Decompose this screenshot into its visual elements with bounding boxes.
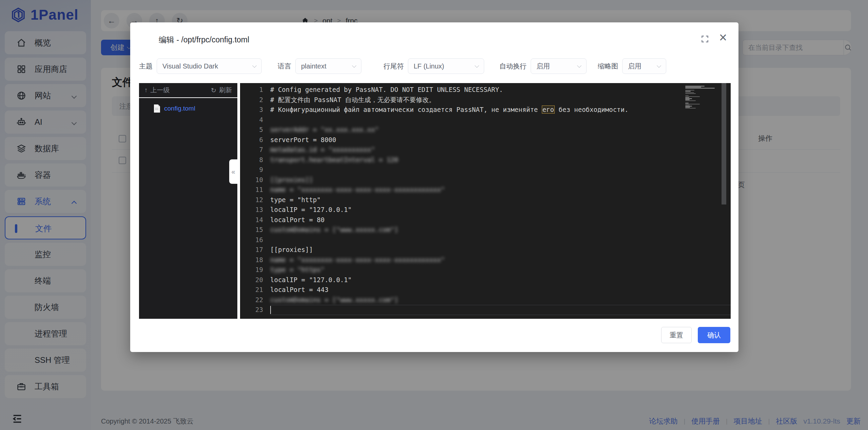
code-editor[interactable]: 1# Config generated by PassNAT. DO NOT E… bbox=[240, 83, 731, 319]
eol-value: LF (Linux) bbox=[414, 62, 444, 70]
code-line: 7metadatas.id = "xxxxxxxxxx" bbox=[240, 145, 731, 155]
chevron-down-icon bbox=[352, 63, 356, 68]
eol-select[interactable]: LF (Linux) bbox=[408, 58, 484, 74]
tree-refresh-button[interactable]: ↻ 刷新 bbox=[211, 86, 232, 95]
theme-label: 主题 bbox=[139, 62, 153, 71]
eol-label: 行尾符 bbox=[383, 62, 404, 71]
tree-refresh-label: 刷新 bbox=[219, 86, 232, 95]
line-content: type = "https" bbox=[270, 265, 731, 275]
line-content: localPort = 443 bbox=[270, 285, 731, 295]
chevron-down-icon bbox=[577, 63, 581, 68]
line-content: localIP = "127.0.0.1" bbox=[270, 205, 731, 215]
minimap-line bbox=[685, 99, 690, 100]
minimap-line bbox=[685, 90, 694, 91]
chevron-down-icon bbox=[475, 63, 479, 68]
code-text: type = "http" bbox=[270, 196, 321, 203]
code-text: localPort = 443 bbox=[270, 286, 329, 293]
reset-button[interactable]: 重置 bbox=[661, 327, 692, 343]
minimap-line bbox=[685, 87, 701, 87]
code-line: 15customDomains = ["www.xxxxx.com"] bbox=[240, 225, 731, 235]
language-label: 语言 bbox=[278, 62, 291, 71]
line-number: 9 bbox=[240, 165, 263, 175]
line-number: 3 bbox=[240, 105, 263, 115]
minimap-line bbox=[685, 105, 690, 105]
code-text: без необходимости. bbox=[555, 106, 628, 113]
tree-file-config-toml[interactable]: config.toml bbox=[139, 98, 237, 113]
line-number: 14 bbox=[240, 215, 263, 225]
panel-divider[interactable] bbox=[237, 83, 240, 319]
editor-minimap bbox=[685, 86, 715, 110]
page-root: 1Panel 概览应用商店网站AI数据库容器系统文件监控终端防火墙进程管理SSH… bbox=[0, 0, 868, 430]
language-select[interactable]: plaintext bbox=[295, 58, 361, 74]
modal-title: 编辑 - /opt/frpc/config.toml bbox=[159, 35, 249, 45]
tree-collapse-handle[interactable]: « bbox=[229, 159, 237, 184]
minimap-line bbox=[685, 95, 689, 96]
line-content: [[proxies]] bbox=[270, 175, 731, 185]
minimap-value: 启用 bbox=[628, 62, 642, 71]
collapse-left-icon: « bbox=[231, 168, 235, 176]
redacted-text: metadatas.id = "xxxxxxxxxx" bbox=[270, 146, 375, 153]
minimap-line bbox=[685, 98, 692, 99]
minimap-line bbox=[685, 107, 690, 108]
code-line: 13localIP = "127.0.0.1" bbox=[240, 205, 731, 215]
theme-select[interactable]: Visual Studio Dark bbox=[157, 58, 262, 74]
line-content: customDomains = ["www.xxxxx.com"] bbox=[270, 295, 731, 305]
line-number: 2 bbox=[240, 95, 263, 105]
file-icon bbox=[153, 104, 161, 113]
line-number: 23 bbox=[240, 305, 263, 315]
line-content: metadatas.id = "xxxxxxxxxx" bbox=[270, 145, 731, 155]
fullscreen-icon[interactable] bbox=[701, 35, 709, 43]
code-text: # Конфигурационный файл автоматически со… bbox=[270, 106, 542, 113]
wordwrap-select[interactable]: 启用 bbox=[531, 58, 587, 74]
line-number: 16 bbox=[240, 235, 263, 245]
minimap-line bbox=[685, 108, 696, 109]
line-number: 6 bbox=[240, 135, 263, 145]
code-line: 20localIP = "127.0.0.1" bbox=[240, 275, 731, 285]
editor-toolbar: 主题 Visual Studio Dark 语言 plaintext 行尾符 L… bbox=[139, 58, 666, 74]
redacted-text: serverAddr = "xx.xxx.xxx.xx" bbox=[270, 126, 379, 133]
file-tree-panel: ↑ 上一级 ↻ 刷新 bbox=[139, 83, 237, 319]
line-number: 15 bbox=[240, 225, 263, 235]
code-line: 17[[proxies]] bbox=[240, 245, 731, 255]
code-text: serverPort = 8000 bbox=[270, 136, 336, 143]
language-value: plaintext bbox=[301, 62, 327, 70]
tree-up-button[interactable]: ↑ 上一级 bbox=[144, 86, 170, 95]
close-icon[interactable]: × bbox=[719, 31, 727, 44]
file-tree-header: ↑ 上一级 ↻ 刷新 bbox=[139, 83, 237, 98]
match-highlight: его bbox=[542, 105, 555, 114]
minimap-gap bbox=[685, 94, 715, 95]
file-name: config.toml bbox=[164, 105, 195, 112]
code-line: 2# 配置文件由 PassNAT 自动生成，无必要请不要修改。 bbox=[240, 95, 731, 105]
code-line: 1# Config generated by PassNAT. DO NOT E… bbox=[240, 85, 731, 95]
line-number: 19 bbox=[240, 265, 263, 275]
refresh-icon: ↻ bbox=[211, 86, 216, 94]
chevron-down-icon bbox=[252, 63, 257, 68]
confirm-button[interactable]: 确认 bbox=[698, 327, 730, 343]
line-content: localIP = "127.0.0.1" bbox=[270, 275, 731, 285]
line-content: name = "xxxxxxxx-xxxx-xxxx-xxxx-xxxxxxxx… bbox=[270, 255, 731, 265]
minimap-select[interactable]: 启用 bbox=[622, 58, 666, 74]
minimap-gap bbox=[685, 109, 715, 110]
wordwrap-value: 启用 bbox=[536, 62, 550, 71]
up-arrow-icon: ↑ bbox=[144, 86, 148, 94]
minimap-line bbox=[685, 96, 700, 97]
code-line: 21localPort = 443 bbox=[240, 285, 731, 295]
minimap-gap bbox=[685, 101, 715, 102]
editor-scrollbar-thumb[interactable] bbox=[722, 83, 726, 204]
line-number: 7 bbox=[240, 145, 263, 155]
line-content bbox=[270, 305, 731, 315]
code-text: localPort = 80 bbox=[270, 216, 324, 223]
code-text: # Config generated by PassNAT. DO NOT ED… bbox=[270, 86, 503, 93]
code-text: localIP = "127.0.0.1" bbox=[270, 206, 352, 213]
redacted-text: [[proxies]] bbox=[270, 176, 313, 183]
code-text: [[proxies]] bbox=[270, 246, 313, 253]
minimap-line bbox=[685, 97, 689, 98]
minimap-line bbox=[685, 93, 696, 94]
line-content bbox=[270, 115, 731, 125]
editor-area: ↑ 上一级 ↻ 刷新 bbox=[139, 83, 731, 319]
code-text: localIP = "127.0.0.1" bbox=[270, 276, 352, 284]
code-line: 5serverAddr = "xx.xxx.xxx.xx" bbox=[240, 125, 731, 135]
minimap-line bbox=[685, 103, 689, 103]
minimap-line bbox=[685, 88, 715, 89]
redacted-text: name = "xxxxxxxx-xxxx-xxxx-xxxx-xxxxxxxx… bbox=[270, 256, 445, 263]
